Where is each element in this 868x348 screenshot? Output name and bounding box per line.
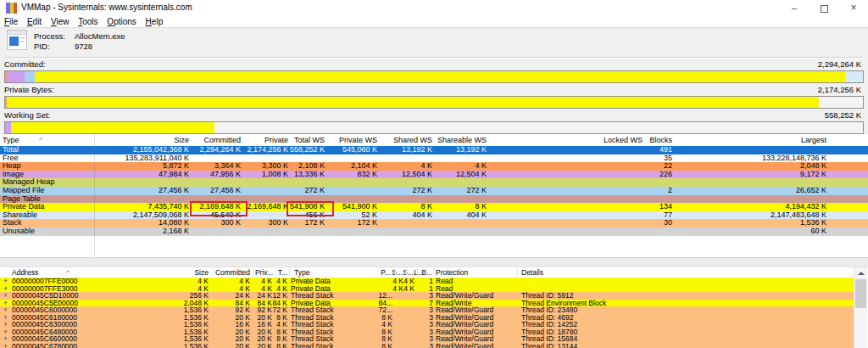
cell: 832 K [357, 171, 377, 179]
column-header-size[interactable]: Size [174, 134, 189, 146]
type-row-heap[interactable]: Heap5,872 K3,364 K3,300 K2,108 K2,104 K4… [0, 162, 868, 171]
column-header-shared-ws[interactable]: Shared WS [393, 134, 432, 146]
column-header-type[interactable]: Type [3, 134, 19, 146]
minimize-button[interactable]: – [782, 0, 807, 16]
cell: 27,456 K [210, 187, 241, 195]
region-row[interactable]: +00000045C60000001,536 K92 K92 K72 KThre… [0, 306, 854, 314]
header-separator [434, 268, 435, 277]
cell: 8 K [276, 343, 287, 348]
region-row[interactable]: +00000045C67800001,536 K20 K20 K8 KThrea… [0, 343, 854, 348]
bar-segment [7, 97, 819, 108]
bar-segment [25, 71, 35, 82]
pid-label: PID: [34, 42, 49, 51]
cell: 13,192 K [456, 146, 487, 154]
close-button[interactable]: × [841, 0, 866, 16]
column-header-private[interactable]: Private [264, 134, 288, 146]
committed-label: Committed: [4, 59, 46, 69]
menu-edit[interactable]: Edit [27, 16, 42, 27]
restore-icon [821, 5, 828, 13]
working-set-bar [4, 121, 864, 134]
cell: 300 K [220, 219, 241, 227]
vmmap-app-icon [6, 3, 17, 14]
column-header-private-ws[interactable]: Private WS [339, 134, 377, 146]
type-row-page-table[interactable]: Page Table [0, 195, 868, 204]
type-table-rows: Total2,155,042,368 K2,294,264 K2,174,256… [0, 146, 868, 236]
vertical-scrollbar [854, 267, 867, 348]
cell: 272 K [466, 187, 487, 195]
type-row-free[interactable]: Free135,283,911,040 K35133,228,148,736 K [0, 154, 868, 163]
process-icon [7, 30, 27, 50]
menu-file[interactable]: File [4, 16, 18, 27]
column-header-largest[interactable]: Largest [801, 134, 826, 146]
type-row-stack[interactable]: Stack14,080 K300 K300 K172 K172 K301,536… [0, 219, 868, 227]
header-separator [213, 268, 214, 277]
menu-view[interactable]: View [51, 16, 70, 27]
cell: 1,536 K [184, 343, 209, 348]
type-row-unusable[interactable]: Unusable2,168 K60 K [0, 227, 868, 236]
cell: Thread ID: 13144 [521, 343, 577, 348]
cell: 404 K [466, 211, 487, 220]
region-row[interactable]: +00000045C66000001,536 K20 K20 K8 KThrea… [0, 335, 854, 343]
menu-options[interactable]: Options [107, 16, 136, 27]
column-header-total-ws[interactable]: Total WS [294, 134, 325, 146]
region-table: ^ AddressSizeCommittedPriv...T...TypeP..… [0, 267, 868, 348]
cell: 2,294,264 K [199, 146, 241, 154]
process-icon-part [20, 41, 25, 42]
region-row[interactable]: +00000045C64800001,536 K20 K20 K8 KThrea… [0, 328, 854, 336]
cell: 4 K [403, 285, 415, 293]
private-bytes-label: Private Bytes: [4, 85, 54, 94]
committed-bar [4, 70, 864, 83]
cell: Unusable [3, 227, 35, 236]
restore-button[interactable] [811, 0, 837, 16]
column-header-committed[interactable]: Committed [203, 134, 241, 146]
region-row[interactable]: +00000045C61800001,536 K20 K20 K8 KThrea… [0, 314, 854, 322]
scrollbar-thumb[interactable] [855, 279, 866, 308]
type-row-shareable[interactable]: Shareable2,147,509,068 K45,540 K456 K52 … [0, 211, 868, 220]
type-row-managed-heap[interactable]: Managed Heap [0, 178, 868, 187]
separator [5, 57, 863, 59]
cell: 30 [664, 219, 672, 227]
sort-ascending-icon: ^ [39, 134, 42, 146]
region-row[interactable]: +00000045C5D10000256 K24 K24 K12 KThread… [0, 292, 854, 300]
icon-stripe [14, 3, 17, 14]
committed-value: 2,294,264 K [818, 59, 861, 69]
cell: 13,192 K [402, 146, 432, 154]
menu-tools[interactable]: Tools [78, 16, 97, 27]
header-separator [417, 268, 418, 277]
type-row-mapped-file[interactable]: Mapped File27,456 K27,456 K272 K272 K272… [0, 187, 868, 195]
region-row[interactable]: +00000045C63000001,536 K16 K16 K4 KThrea… [0, 321, 854, 328]
region-row[interactable]: +000000007FFE00004 K4 K4 K4 KPrivate Dat… [0, 278, 854, 285]
region-row[interactable]: +000000007FFE30004 K4 K4 K4 KPrivate Dat… [0, 285, 854, 293]
cell: 300 K [268, 219, 288, 227]
menu-help[interactable]: Help [146, 16, 164, 27]
private-bytes-bar [4, 96, 864, 109]
cell: 226 [659, 171, 672, 179]
header-separator [426, 268, 427, 277]
cell: 272 K [304, 187, 325, 195]
cell: 272 K [412, 187, 432, 195]
title-bar: VMMap - Sysinternals: www.sysinternals.c… [0, 0, 868, 16]
panel-splitter[interactable] [0, 257, 868, 267]
column-header-locked-ws[interactable]: Locked WS [604, 134, 643, 146]
expand-icon[interactable]: + [3, 343, 8, 348]
cell: 20 K [236, 343, 251, 348]
cell: 1,008 K [262, 171, 288, 179]
type-row-private-data[interactable]: Private Data7,435,740 K2,169,648 K2,169,… [0, 203, 868, 211]
process-icon-part [9, 36, 19, 46]
process-name: AllocMem.exe [75, 31, 125, 41]
type-row-image[interactable]: Image47,984 K47,956 K1,008 K13,336 K832 … [0, 171, 868, 179]
private-bytes-value: 2,174,256 K [818, 85, 861, 94]
region-row[interactable]: +00000045C5E000002,048 K84 K84 K84 KPriv… [0, 300, 854, 307]
column-header-blocks[interactable]: Blocks [649, 134, 672, 146]
column-header-p[interactable]: P... [381, 267, 391, 278]
cell: 2,168 K [163, 227, 189, 236]
scroll-up-button[interactable] [854, 267, 867, 278]
cell: 13,336 K [294, 171, 325, 179]
process-icon-part [8, 31, 26, 35]
header-separator [395, 268, 396, 277]
column-header-details[interactable]: Details [521, 267, 543, 278]
cell: 12,504 K [402, 171, 432, 179]
column-header-shareable-ws[interactable]: Shareable WS [437, 134, 487, 146]
header-separator [517, 268, 518, 277]
region-table-header: ^ AddressSizeCommittedPriv...T...TypeP..… [0, 267, 854, 278]
